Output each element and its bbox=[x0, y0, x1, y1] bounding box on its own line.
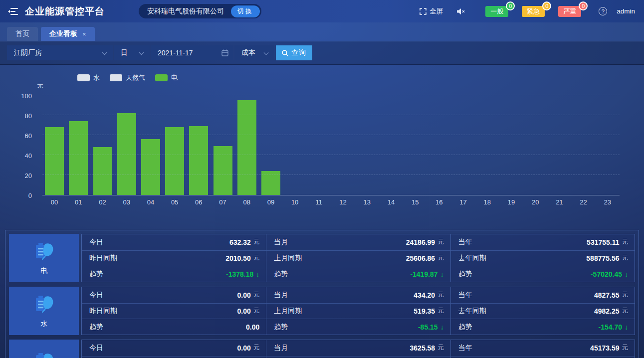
metric-value: 4982.25元 bbox=[594, 307, 628, 315]
x-tick-label: 20 bbox=[523, 198, 547, 206]
metric-label: 趋势 bbox=[274, 323, 288, 332]
chart-bar-03 bbox=[117, 113, 136, 195]
metric-cell: 当月434.20元 bbox=[266, 287, 450, 303]
metrics-column: 当年531755.11元去年同期588775.56元趋势-57020.45↓ bbox=[450, 234, 635, 282]
x-tick-label: 15 bbox=[403, 198, 427, 206]
metric-cell: 今日632.32元 bbox=[82, 234, 266, 250]
bar-slot bbox=[283, 95, 307, 195]
alarm-chip-一般[interactable]: 一般0 bbox=[485, 6, 508, 17]
calendar-icon bbox=[221, 49, 228, 56]
fullscreen-label: 全屏 bbox=[429, 7, 443, 16]
bar-slot bbox=[259, 95, 283, 195]
alarm-chip-紧急[interactable]: 紧急0 bbox=[522, 6, 545, 17]
metric-value: 588775.56元 bbox=[586, 254, 628, 262]
metric-value: 4827.55元 bbox=[594, 291, 628, 299]
bar-slot bbox=[90, 95, 114, 195]
chevron-down-icon bbox=[102, 50, 107, 55]
metric-value: 24186.99元 bbox=[406, 238, 444, 246]
metric-label: 去年同期 bbox=[458, 254, 486, 263]
metrics-grid: 今日632.32元昨日同期2010.50元趋势-1378.18↓当月24186.… bbox=[81, 234, 635, 282]
switch-company-button[interactable]: 切换 bbox=[231, 5, 260, 17]
metric-cell bbox=[82, 356, 266, 358]
metric-value: 519.35元 bbox=[414, 307, 443, 315]
query-button[interactable]: 查询 bbox=[276, 45, 312, 60]
help-icon[interactable]: ? bbox=[599, 7, 607, 15]
metric-label: 趋势 bbox=[89, 323, 103, 332]
metric-value: -1378.18↓ bbox=[226, 270, 259, 278]
metric-label: 当月 bbox=[274, 344, 288, 353]
alarm-chip-label: 一般 bbox=[490, 7, 503, 16]
bar-slot bbox=[211, 95, 234, 195]
y-tick-label: 60 bbox=[12, 132, 32, 140]
legend-label: 天然气 bbox=[126, 73, 145, 82]
x-tick-label: 16 bbox=[427, 198, 451, 206]
metric-cell: 昨日同期0.00元 bbox=[82, 303, 266, 319]
x-tick-label: 09 bbox=[259, 198, 283, 206]
metric-value: 531755.11元 bbox=[587, 238, 628, 246]
menu-collapse-icon[interactable] bbox=[8, 7, 18, 15]
tab-enterprise-board[interactable]: 企业看板 × bbox=[41, 27, 95, 41]
metric-cell: 当年4827.55元 bbox=[451, 287, 635, 303]
trend-down-icon: ↓ bbox=[440, 323, 444, 331]
metrics-column: 当月3625.58元 bbox=[266, 340, 450, 358]
site-select[interactable]: 江阴厂房 bbox=[7, 45, 113, 60]
metric-value: 0.00元 bbox=[237, 307, 260, 315]
mute-speaker-icon[interactable] bbox=[457, 8, 465, 15]
y-axis-labels: 020406080100 bbox=[15, 96, 35, 195]
metric-unit: 元 bbox=[437, 344, 444, 352]
metric-cell: 趋势-1378.18↓ bbox=[82, 266, 266, 282]
bar-slot bbox=[235, 95, 259, 195]
metric-unit: 元 bbox=[437, 307, 444, 315]
tab-home[interactable]: 首页 bbox=[7, 27, 38, 41]
bar-slot bbox=[187, 95, 211, 195]
metric-unit: 元 bbox=[622, 238, 629, 246]
energy-icon-tile: 电 bbox=[9, 234, 79, 282]
x-tick-label: 06 bbox=[187, 198, 211, 206]
bar-slot bbox=[307, 95, 331, 195]
bar-slot bbox=[115, 95, 139, 195]
metric-cell: 当月3625.58元 bbox=[266, 340, 450, 356]
trend-down-icon: ↓ bbox=[625, 323, 628, 331]
tab-label: 首页 bbox=[15, 29, 29, 38]
bar-slot bbox=[571, 95, 595, 195]
bar-slot bbox=[547, 95, 571, 195]
chart-plot bbox=[42, 96, 620, 195]
metric-label: 趋势 bbox=[89, 270, 103, 279]
date-input[interactable]: 2021-11-17 bbox=[151, 45, 233, 60]
metric-label: 上月同期 bbox=[274, 307, 302, 316]
metric-unit: 元 bbox=[253, 291, 260, 299]
bar-slot bbox=[139, 95, 163, 195]
gridline bbox=[42, 95, 620, 95]
x-tick-label: 19 bbox=[499, 198, 523, 206]
metric-select[interactable]: 成本 bbox=[234, 45, 274, 60]
legend-item-电[interactable]: 电 bbox=[155, 73, 178, 82]
alarm-chip-严重[interactable]: 严重0 bbox=[558, 6, 581, 17]
y-tick-label: 100 bbox=[12, 92, 32, 100]
legend-label: 水 bbox=[93, 73, 100, 82]
energy-name: 电 bbox=[40, 267, 47, 276]
metrics-column: 今日0.00元 bbox=[82, 340, 266, 358]
bar-slot bbox=[475, 95, 499, 195]
x-tick-label: 02 bbox=[90, 198, 114, 206]
metric-unit: 元 bbox=[253, 344, 260, 352]
gridline bbox=[42, 155, 620, 155]
fullscreen-button[interactable]: 全屏 bbox=[420, 7, 443, 16]
energy-name: 水 bbox=[40, 320, 47, 329]
company-selector[interactable]: 安科瑞电气股份有限公司 切换 bbox=[139, 4, 261, 18]
y-tick-label: 80 bbox=[12, 112, 32, 120]
period-select[interactable]: 日 bbox=[114, 45, 150, 60]
legend-item-水[interactable]: 水 bbox=[77, 73, 100, 82]
chart-legend: 水天然气电 bbox=[77, 73, 178, 82]
battery-leaf-icon bbox=[32, 240, 55, 263]
bar-slot bbox=[163, 95, 187, 195]
trend-down-icon: ↓ bbox=[256, 270, 259, 278]
close-tab-icon[interactable]: × bbox=[82, 30, 86, 38]
user-menu[interactable]: admin bbox=[617, 7, 635, 15]
legend-item-天然气[interactable]: 天然气 bbox=[110, 73, 145, 82]
metric-cell bbox=[451, 356, 635, 358]
metric-cell: 上月同期519.35元 bbox=[266, 303, 450, 319]
legend-label: 电 bbox=[171, 73, 178, 82]
metric-label: 昨日同期 bbox=[89, 307, 117, 316]
tab-bar: 首页 企业看板 × bbox=[0, 22, 644, 41]
metric-value: 25606.86元 bbox=[406, 254, 444, 262]
